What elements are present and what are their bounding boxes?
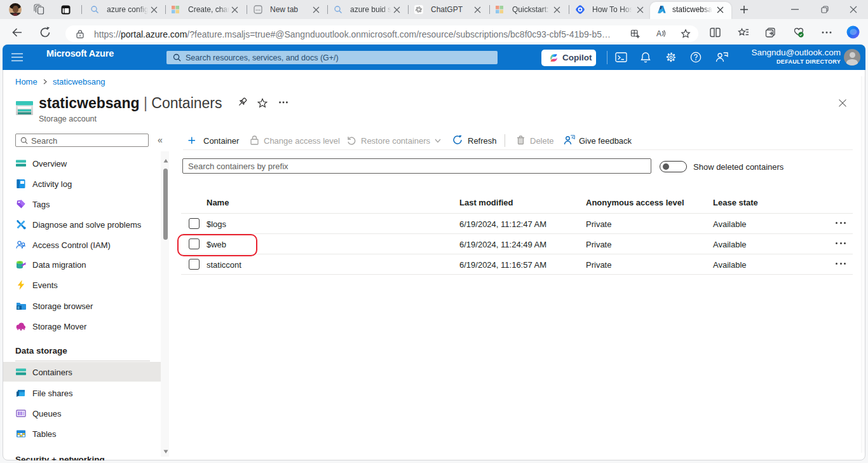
svg-text:A: A bbox=[656, 29, 661, 38]
